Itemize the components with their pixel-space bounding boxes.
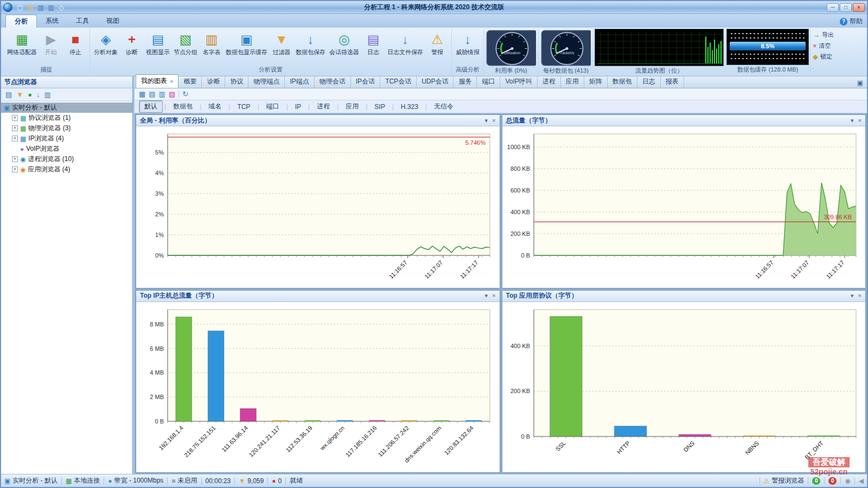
ribbon-button-threat-intel[interactable]: ↓威胁情报 — [454, 30, 481, 65]
chart-collapse-button[interactable]: ▾ — [851, 292, 854, 299]
view-tab-矩阵[interactable]: 矩阵 — [584, 75, 608, 88]
save-all-icon[interactable]: ▥ — [47, 3, 55, 12]
view-tab-服务[interactable]: 服务 — [454, 75, 477, 88]
filter-button-SIP[interactable]: SIP — [369, 101, 390, 112]
tree-item[interactable]: +▦协议浏览器 (1) — [1, 113, 132, 123]
ribbon-button-packet-buffer-display[interactable]: ▣数据包显示缓存 — [224, 30, 269, 65]
diagnosis-icon: + — [128, 31, 136, 48]
new-document-icon[interactable]: ▢ — [16, 3, 24, 12]
view-tab-应用[interactable]: 应用 — [561, 75, 584, 88]
side-button-clear[interactable]: ×清空 — [813, 42, 834, 50]
view-tab-报表[interactable]: 报表 — [661, 75, 684, 88]
help-button[interactable]: ? 帮助 — [840, 17, 863, 28]
tree-item[interactable]: ●VoIP浏览器 — [1, 144, 132, 154]
filter-button-TCP[interactable]: TCP — [232, 101, 256, 112]
filter-icon[interactable]: ▼ — [16, 91, 23, 99]
ribbon-button-node-group[interactable]: ▧节点分组 — [172, 30, 199, 65]
view-tab-进程[interactable]: 进程 — [538, 75, 561, 88]
view-tab-数据包[interactable]: 数据包 — [608, 75, 637, 88]
ribbon-button-analysis-object[interactable]: ◈分析对象 — [92, 30, 119, 65]
chart-collapse-button[interactable]: ▾ — [485, 117, 488, 124]
menu-tab-分析[interactable]: 分析 — [5, 15, 37, 28]
view-tab-我的图表[interactable]: 我的图表× — [136, 74, 178, 88]
tree-item[interactable]: +◉进程浏览器 (10) — [1, 154, 132, 164]
ribbon-button-log-save[interactable]: ↓日志文件保存 — [386, 30, 425, 65]
filter-button-H.323[interactable]: H.323 — [395, 101, 424, 112]
minimize-button[interactable]: ─ — [827, 3, 839, 12]
view-tab-VoIP呼叫[interactable]: VoIP呼叫 — [500, 75, 537, 88]
ribbon-button-view-display[interactable]: ▤视图显示 — [144, 30, 171, 65]
download-icon[interactable]: ↓ — [36, 91, 40, 99]
tree-item-label: 实时分析 - 默认 — [12, 103, 57, 112]
view-tab-IP端点[interactable]: IP端点 — [285, 75, 314, 88]
menu-tab-工具[interactable]: 工具 — [67, 15, 98, 28]
filter-button-默认[interactable]: 默认 — [139, 100, 163, 113]
filter-button-域名[interactable]: 域名 — [203, 100, 227, 113]
filter-button-应用[interactable]: 应用 — [340, 100, 364, 113]
view-tab-TCP会话[interactable]: TCP会话 — [380, 75, 417, 88]
view-tab-日志[interactable]: 日志 — [637, 75, 661, 88]
expand-icon[interactable]: + — [12, 136, 18, 142]
ribbon-button-packet-save[interactable]: ↓数据包保存 — [294, 30, 327, 65]
status-alarm[interactable]: ⚠警报浏览器 — [764, 476, 805, 485]
menu-tab-视图[interactable]: 视图 — [98, 15, 128, 28]
tree-item[interactable]: +▦IP浏览器 (4) — [1, 133, 132, 144]
tree-item[interactable]: +◉应用浏览器 (4) — [1, 164, 132, 175]
chart-layout-3-icon[interactable]: ▥ — [159, 90, 165, 98]
tab-list-button[interactable]: ▣ — [854, 78, 866, 88]
expand-icon[interactable]: + — [12, 166, 18, 172]
filter-button-端口[interactable]: 端口 — [261, 100, 285, 113]
view-tab-UDP会话[interactable]: UDP会话 — [417, 75, 454, 88]
expand-icon[interactable]: + — [12, 156, 18, 162]
tree-item[interactable]: +▦物理浏览器 (3) — [1, 123, 132, 133]
side-button-label: 锁定 — [820, 53, 832, 61]
chart-close-button[interactable]: × — [858, 117, 861, 124]
expand-icon[interactable]: + — [12, 115, 18, 121]
chart-layout-1-icon[interactable]: ▦ — [139, 90, 145, 98]
ribbon-button-alarm[interactable]: ⚠警报 — [425, 30, 449, 65]
chart-collapse-button[interactable]: ▾ — [485, 292, 488, 299]
ribbon-button-conversation-filter[interactable]: ◎会话筛选器 — [328, 30, 361, 65]
world-icon[interactable]: ● — [28, 91, 32, 99]
table-icon[interactable]: ▤ — [5, 91, 12, 99]
ribbon-button-log[interactable]: ▤日志 — [361, 30, 385, 65]
view-tab-诊断[interactable]: 诊断 — [202, 75, 225, 88]
ribbon-button-diagnosis[interactable]: +诊断 — [120, 30, 144, 65]
refresh-icon[interactable]: ↻ — [182, 90, 188, 98]
ribbon-button-start[interactable]: ▶开始 — [39, 30, 63, 65]
side-button-export[interactable]: →导出 — [813, 31, 834, 39]
chart-close-button[interactable]: × — [858, 292, 861, 299]
tab-close-icon[interactable]: × — [170, 78, 173, 85]
ribbon-button-name-table[interactable]: ▥名字表 — [200, 30, 224, 65]
columns-icon[interactable]: ▥ — [44, 91, 51, 99]
open-folder-icon[interactable]: ▤ — [26, 3, 35, 12]
tree-item[interactable]: ▣实时分析 - 默认 — [1, 102, 132, 113]
filter-button-进程[interactable]: 进程 — [311, 100, 335, 113]
save-icon[interactable]: ▥ — [36, 3, 45, 12]
svg-text:0 B: 0 B — [521, 252, 530, 259]
ribbon-button-adapter[interactable]: ▦网络适配器 — [5, 30, 39, 65]
chart-layout-4-icon[interactable]: ▧ — [169, 90, 175, 98]
edit-icon[interactable]: ◇ — [57, 3, 66, 12]
ribbon-button-stop[interactable]: ■停止 — [63, 30, 87, 65]
view-tab-物理端点[interactable]: 物理端点 — [248, 75, 285, 88]
side-button-lock[interactable]: ◆锁定 — [813, 53, 834, 61]
chart-close-button[interactable]: × — [492, 117, 495, 124]
expand-icon[interactable]: + — [12, 125, 18, 131]
chart-layout-2-icon[interactable]: ▤ — [149, 90, 155, 98]
chart-collapse-button[interactable]: ▾ — [851, 117, 854, 124]
filter-button-数据包[interactable]: 数据包 — [168, 100, 198, 113]
filter-button-IP[interactable]: IP — [290, 101, 307, 112]
view-tab-IP会话[interactable]: IP会话 — [351, 75, 380, 88]
menu-tab-系统[interactable]: 系统 — [37, 15, 67, 28]
view-tab-概要[interactable]: 概要 — [178, 75, 202, 88]
chart-close-button[interactable]: × — [492, 292, 495, 299]
close-button[interactable]: × — [853, 3, 865, 12]
ribbon-button-filter[interactable]: ▼过滤器 — [270, 30, 293, 65]
filter-button-无信令[interactable]: 无信令 — [429, 100, 459, 113]
view-tab-物理会话[interactable]: 物理会话 — [315, 75, 351, 88]
maximize-button[interactable]: □ — [840, 3, 852, 12]
view-tab-端口[interactable]: 端口 — [477, 75, 500, 88]
view-tab-协议[interactable]: 协议 — [225, 75, 248, 88]
node-group-icon: ▧ — [180, 31, 192, 48]
